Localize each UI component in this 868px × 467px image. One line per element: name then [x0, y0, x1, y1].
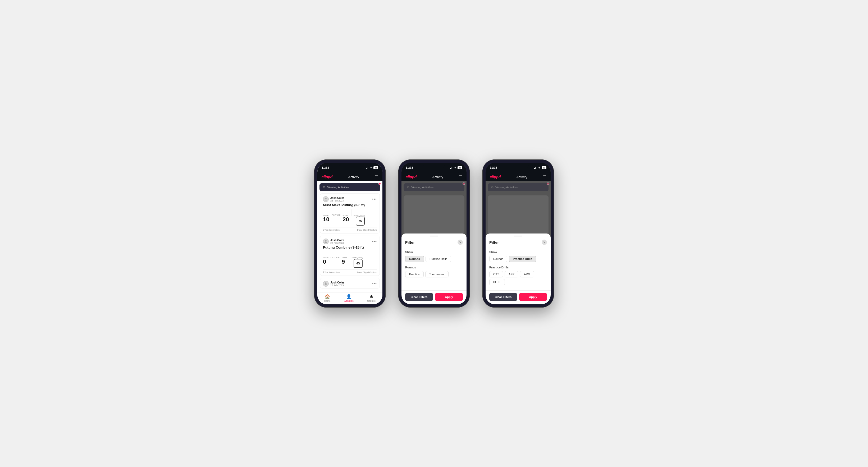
- footer-data-1: Data: Clippd Capture: [357, 229, 377, 231]
- user-info-1: Josh Coles 28 Feb 2023: [330, 196, 344, 202]
- svg-rect-9: [452, 167, 452, 169]
- modal-header-2: Filter ✕: [401, 238, 467, 247]
- tournament-chip-2[interactable]: Tournament: [425, 271, 448, 277]
- bottom-nav-1: 🏠 Home 👤 Activities ⊕ Capture: [317, 292, 382, 304]
- shot-quality-badge-1: 75: [356, 217, 365, 225]
- shot-quality-group-2: Shot Quality 45: [351, 256, 363, 268]
- nav-item-activities-1[interactable]: 👤 Activities: [344, 294, 353, 302]
- show-label-2: Show: [405, 250, 463, 254]
- practice-drills-chip-2[interactable]: Practice Drills: [426, 256, 451, 262]
- activity-card-2[interactable]: Josh Coles 28 Feb 2023 ••• Putting Combi…: [320, 236, 380, 276]
- menu-icon-2[interactable]: ☰: [459, 175, 462, 179]
- card-header-3: Josh Coles 28 Feb 2023 •••: [323, 281, 377, 287]
- svg-rect-2: [368, 167, 368, 169]
- shot-quality-badge-2: 45: [353, 259, 363, 268]
- avatar-3: [323, 281, 329, 287]
- info-icon-2: ℹ: [323, 271, 324, 274]
- viewing-text-1: Viewing Activities: [327, 186, 349, 189]
- svg-point-4: [325, 198, 327, 199]
- status-icons-2: 33: [450, 166, 462, 169]
- shots-group-2: Shots 9: [342, 256, 347, 265]
- nav-bar-1: clippd Activity ☰: [317, 173, 382, 181]
- footer-info-2: ℹ Test Information: [323, 271, 340, 274]
- viewing-banner-3: ⚙ Viewing Activities: [488, 183, 549, 191]
- rounds-chip-3[interactable]: Rounds: [489, 256, 507, 262]
- modal-body-3: Show Rounds Practice Drills Practice Dri…: [486, 247, 551, 290]
- menu-icon-1[interactable]: ☰: [375, 175, 378, 179]
- apply-button-3[interactable]: Apply: [519, 293, 547, 301]
- battery-icon-3: 33: [541, 166, 547, 169]
- svg-point-6: [325, 282, 327, 284]
- shot-quality-label-1: Shot Quality: [353, 214, 365, 217]
- nav-item-home-1[interactable]: 🏠 Home: [324, 294, 331, 302]
- practice-chip-2[interactable]: Practice: [405, 271, 424, 277]
- viewing-banner-1[interactable]: ⚙ Viewing Activities: [319, 183, 380, 191]
- card-footer-2: ℹ Test Information Data: Clippd Capture: [323, 270, 377, 274]
- status-time-3: 11:33: [490, 166, 497, 169]
- viewing-text-3: Viewing Activities: [495, 186, 518, 189]
- viewing-banner-2: ⚙ Viewing Activities: [404, 183, 464, 191]
- user-name-3: Josh Coles: [330, 281, 344, 284]
- banner-dot-3: [547, 183, 549, 185]
- apply-button-2[interactable]: Apply: [435, 293, 463, 301]
- app-chip-3[interactable]: APP: [505, 271, 518, 277]
- avatar-1: [323, 196, 329, 202]
- ott-chip-3[interactable]: OTT: [489, 271, 503, 277]
- modal-title-3: Filter: [489, 240, 499, 245]
- activity-card-3[interactable]: Josh Coles 28 Feb 2023 •••: [320, 278, 380, 288]
- modal-handle-3: [514, 236, 522, 237]
- activity-card-1[interactable]: Josh Coles 28 Feb 2023 ••• Must Make Put…: [320, 193, 380, 234]
- show-label-3: Show: [489, 250, 547, 254]
- notch-2: [424, 163, 444, 168]
- modal-title-2: Filter: [405, 240, 415, 245]
- wifi-icon-2: [454, 166, 457, 169]
- shots-value-2: 9: [342, 259, 347, 265]
- modal-close-3[interactable]: ✕: [541, 240, 547, 245]
- user-info-3: Josh Coles 28 Feb 2023: [330, 281, 344, 287]
- signal-icon-2: [450, 166, 453, 169]
- clear-filters-button-3[interactable]: Clear Filters: [489, 293, 517, 301]
- logo-2: clippd: [406, 175, 416, 179]
- nav-bar-3: clippd Activity ☰: [486, 173, 551, 181]
- practice-drills-chips-3: OTT APP ARG PUTT: [489, 271, 547, 285]
- card-header-1: Josh Coles 28 Feb 2023 •••: [323, 196, 377, 202]
- user-name-1: Josh Coles: [330, 196, 344, 199]
- card-user-2: Josh Coles 28 Feb 2023: [323, 239, 344, 244]
- status-time-1: 11:33: [321, 166, 329, 169]
- show-chips-2: Rounds Practice Drills: [405, 256, 463, 262]
- out-of-1: OUT OF: [331, 214, 340, 217]
- user-date-2: 28 Feb 2023: [330, 242, 344, 244]
- stat-divider-1: [351, 209, 351, 216]
- banner-dot-2: [463, 183, 465, 185]
- putt-chip-3[interactable]: PUTT: [489, 279, 505, 285]
- footer-info-1: ℹ Test Information: [323, 229, 340, 231]
- nav-item-capture-1[interactable]: ⊕ Capture: [367, 294, 376, 302]
- clear-filters-button-2[interactable]: Clear Filters: [405, 293, 433, 301]
- shot-quality-group-1: Shot Quality 75: [353, 214, 365, 225]
- user-date-1: 28 Feb 2023: [330, 199, 344, 202]
- more-dots-2[interactable]: •••: [372, 239, 377, 244]
- svg-rect-11: [534, 168, 535, 169]
- status-bar-3: 11:33 33: [486, 163, 551, 173]
- card-header-2: Josh Coles 28 Feb 2023 •••: [323, 239, 377, 244]
- user-name-2: Josh Coles: [330, 239, 344, 242]
- shot-quality-label-2: Shot Quality: [351, 256, 363, 259]
- arg-chip-3[interactable]: ARG: [520, 271, 534, 277]
- wifi-icon-3: [538, 166, 540, 169]
- practice-drills-chip-3[interactable]: Practice Drills: [509, 256, 536, 262]
- menu-icon-3[interactable]: ☰: [543, 175, 547, 179]
- logo-1: clippd: [321, 175, 333, 179]
- more-dots-1[interactable]: •••: [372, 197, 377, 201]
- phone-2-inner: 11:33 33 clippd Activity ☰ ⚙ Viewing Act…: [401, 163, 467, 304]
- modal-footer-2: Clear Filters Apply: [401, 290, 467, 304]
- filter-modal-3: Filter ✕ Show Rounds Practice Drills Pra…: [486, 234, 551, 304]
- capture-label-1: Capture: [367, 300, 376, 302]
- rounds-chip-2[interactable]: Rounds: [405, 256, 424, 262]
- wifi-icon-1: [370, 166, 372, 169]
- svg-rect-13: [536, 167, 536, 169]
- modal-close-2[interactable]: ✕: [458, 240, 463, 245]
- capture-icon-1: ⊕: [370, 294, 373, 299]
- more-dots-3[interactable]: •••: [372, 282, 377, 286]
- user-date-3: 28 Feb 2023: [330, 284, 344, 287]
- status-bar-2: 11:33 33: [401, 163, 467, 173]
